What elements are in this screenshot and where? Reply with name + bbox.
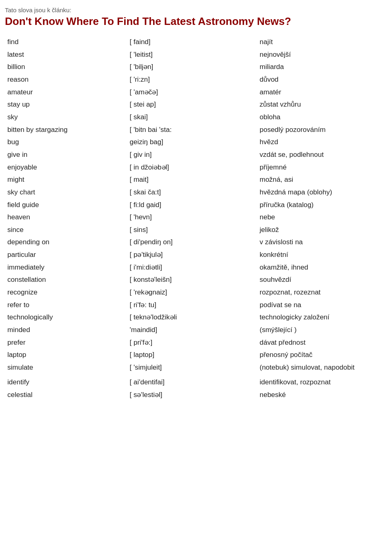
vocab-row: sky[ skai]obloha	[5, 111, 387, 124]
vocab-row: simulate[ 'simjuleit](notebuk) simulovat…	[5, 361, 387, 374]
vocab-word: give in	[5, 149, 127, 161]
vocab-translation: obloha	[257, 111, 387, 124]
vocab-word: billion	[5, 61, 127, 74]
vocab-phonetic: [ 'ri:zn]	[127, 74, 257, 86]
vocab-word: prefer	[5, 337, 127, 349]
vocab-row: depending on[ di'pendiŋ on]v závislosti …	[5, 236, 387, 249]
vocab-translation: dávat přednost	[257, 337, 387, 349]
vocab-translation: nejnovější	[257, 49, 387, 61]
vocab-row: identify[ ai'dentifai]identifikovat, roz…	[5, 376, 387, 389]
vocab-word: reason	[5, 74, 127, 86]
vocab-translation: nebeské	[257, 389, 387, 401]
vocab-row: heaven[ 'hevn]nebe	[5, 211, 387, 224]
vocab-translation: vzdát se, podlehnout	[257, 149, 387, 161]
vocab-phonetic: [ skai ča:t]	[127, 186, 257, 199]
vocab-translation: posedlý pozorováním	[257, 124, 387, 136]
vocab-word: particular	[5, 249, 127, 261]
vocab-row: amateur[ 'aməčə]amatér	[5, 86, 387, 99]
vocab-row: bitten by stargazing[ 'bitn bai 'sta:pos…	[5, 124, 387, 136]
vocab-word: bug	[5, 136, 127, 149]
vocab-phonetic: [ mait]	[127, 174, 257, 186]
vocab-row: stay up[ stei ap]zůstat vzhůru	[5, 98, 387, 111]
vocab-translation: hvězdná mapa (oblohy)	[257, 186, 387, 199]
vocab-word: latest	[5, 49, 127, 61]
vocab-word: since	[5, 224, 127, 236]
vocab-row: refer to[ ri'fə: tu]podívat se na	[5, 299, 387, 312]
vocab-phonetic: [ skai]	[127, 111, 257, 124]
vocab-translation: amatér	[257, 86, 387, 99]
vocab-translation: příjemné	[257, 161, 387, 174]
vocab-translation: nebe	[257, 211, 387, 224]
vocab-row: find[ faind]najít	[5, 36, 387, 49]
vocab-phonetic: [ in džoiəbəl]	[127, 161, 257, 174]
vocab-phonetic: [ 'rekəgnaiz]	[127, 286, 257, 299]
vocab-word: amateur	[5, 86, 127, 99]
vocab-row: technologically[ teknə'lodžikəlitechnolo…	[5, 311, 387, 324]
vocab-row: particular[ pə'tikjulə]konkrétní	[5, 249, 387, 261]
vocab-phonetic: [ konstə'leišn]	[127, 274, 257, 286]
vocab-phonetic: 'maindid]	[127, 324, 257, 337]
vocab-translation: přenosný počítač	[257, 349, 387, 361]
vocab-translation: možná, asi	[257, 174, 387, 186]
vocab-phonetic: [ ri'fə: tu]	[127, 299, 257, 312]
vocab-translation: jelikož	[257, 224, 387, 236]
vocab-row: since[ sins]jelikož	[5, 224, 387, 236]
vocab-row: recognize[ 'rekəgnaiz]rozpoznat, rozezna…	[5, 286, 387, 299]
vocab-word: identify	[5, 376, 127, 389]
vocab-row: celestial[ sə'lestiəl]nebeské	[5, 389, 387, 401]
vocab-row: latest[ 'leitist]nejnovější	[5, 49, 387, 61]
vocab-word: find	[5, 36, 127, 49]
vocab-row: enjoyable[ in džoiəbəl]příjemné	[5, 161, 387, 174]
vocab-phonetic: [ faind]	[127, 36, 257, 49]
vocab-phonetic: geiziŋ bag]	[127, 136, 257, 149]
vocab-translation: zůstat vzhůru	[257, 98, 387, 111]
vocab-word: minded	[5, 324, 127, 337]
main-title: Don't Know Where To Find The Latest Astr…	[5, 15, 387, 28]
vocab-word: sky	[5, 111, 127, 124]
vocab-phonetic: [ 'simjuleit]	[127, 361, 257, 374]
vocab-phonetic: [ sə'lestiəl]	[127, 389, 257, 401]
vocab-word: bitten by stargazing	[5, 124, 127, 136]
vocab-word: technologically	[5, 311, 127, 324]
vocab-phonetic: [ 'aməčə]	[127, 86, 257, 99]
vocab-row: sky chart[ skai ča:t]hvězdná mapa (obloh…	[5, 186, 387, 199]
vocab-word: depending on	[5, 236, 127, 249]
vocab-translation: identifikovat, rozpoznat	[257, 376, 387, 389]
vocab-phonetic: [ pə'tikjulə]	[127, 249, 257, 261]
vocab-phonetic: [ sins]	[127, 224, 257, 236]
vocab-row: immediately[ i'mi:diətli]okamžitě, ihned	[5, 261, 387, 274]
vocab-translation: okamžitě, ihned	[257, 261, 387, 274]
vocab-row: reason[ 'ri:zn]důvod	[5, 74, 387, 86]
vocab-phonetic: [ i'mi:diətli]	[127, 261, 257, 274]
vocab-word: sky chart	[5, 186, 127, 199]
vocab-phonetic: [ di'pendiŋ on]	[127, 236, 257, 249]
vocab-phonetic: [ stei ap]	[127, 98, 257, 111]
vocab-translation: (notebuk) simulovat, napodobit	[257, 361, 387, 374]
vocab-translation: hvězd	[257, 136, 387, 149]
vocab-translation: miliarda	[257, 61, 387, 74]
vocab-translation: v závislosti na	[257, 236, 387, 249]
vocab-phonetic: [ fi:ld gaid]	[127, 199, 257, 212]
vocab-phonetic: [ 'leitist]	[127, 49, 257, 61]
vocab-phonetic: [ giv in]	[127, 149, 257, 161]
vocab-phonetic: [ 'bitn bai 'sta:	[127, 124, 257, 136]
vocab-word: recognize	[5, 286, 127, 299]
vocab-word: might	[5, 174, 127, 186]
vocab-word: constellation	[5, 274, 127, 286]
vocab-word: simulate	[5, 361, 127, 374]
vocab-translation: najít	[257, 36, 387, 49]
vocab-word: field guide	[5, 199, 127, 212]
vocab-translation: rozpoznat, rozeznat	[257, 286, 387, 299]
vocab-phonetic: [ 'biljən]	[127, 61, 257, 74]
vocab-row: might[ mait]možná, asi	[5, 174, 387, 186]
vocab-phonetic: [ teknə'lodžikəli	[127, 311, 257, 324]
vocab-translation: (smýšlející )	[257, 324, 387, 337]
vocab-row: prefer[ pri'fə:]dávat přednost	[5, 337, 387, 349]
vocab-phonetic: [ laptop]	[127, 349, 257, 361]
vocab-row: constellation[ konstə'leišn]souhvězdí	[5, 274, 387, 286]
vocab-row: buggeiziŋ bag]hvězd	[5, 136, 387, 149]
vocab-row: give in[ giv in]vzdát se, podlehnout	[5, 149, 387, 161]
vocab-translation: důvod	[257, 74, 387, 86]
vocab-word: immediately	[5, 261, 127, 274]
vocab-phonetic: [ ai'dentifai]	[127, 376, 257, 389]
